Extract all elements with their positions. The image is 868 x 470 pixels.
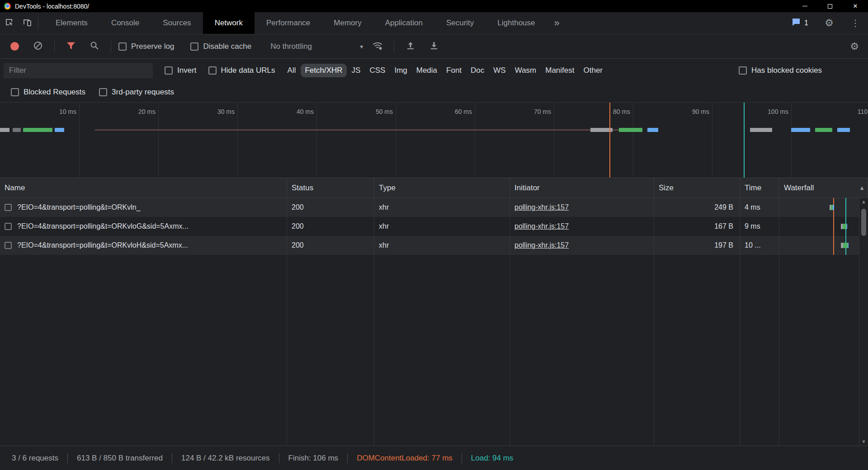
- panel-tab[interactable]: Console: [99, 12, 151, 34]
- resource-filter-pill[interactable]: WS: [489, 64, 509, 77]
- maximize-button[interactable]: [817, 0, 843, 12]
- invert-checkbox[interactable]: Invert: [165, 66, 197, 75]
- panel-tab[interactable]: Network: [203, 12, 255, 34]
- request-checkbox[interactable]: [5, 223, 12, 230]
- resource-filter-pill[interactable]: Fetch/XHR: [301, 64, 346, 77]
- import-arrow-icon: [406, 41, 415, 52]
- import-har-button[interactable]: [401, 38, 420, 56]
- panel-tab[interactable]: Performance: [255, 12, 322, 34]
- initiator-link[interactable]: polling-xhr.js:157: [514, 222, 569, 230]
- panel-tab[interactable]: Sources: [151, 12, 203, 34]
- waterfall-cell: [779, 217, 868, 236]
- record-icon: [10, 42, 19, 51]
- panel-tab[interactable]: Security: [434, 12, 486, 34]
- table-row[interactable]: ?EIO=4&transport=polling&t=ORKvloH&sid=5…: [0, 236, 868, 255]
- panel-tab[interactable]: Elements: [44, 12, 99, 34]
- request-checkbox[interactable]: [5, 204, 12, 211]
- has-blocked-cookies-checkbox[interactable]: Has blocked cookies: [739, 66, 822, 75]
- overview-tick-label: 20 ms: [119, 108, 156, 115]
- resource-filter-pill[interactable]: All: [283, 64, 300, 77]
- chrome-logo-icon: [4, 3, 11, 9]
- inspect-element-button[interactable]: [0, 14, 18, 32]
- resource-filter-pill[interactable]: Wasm: [511, 64, 541, 77]
- resource-filter-pill[interactable]: Doc: [467, 64, 488, 77]
- column-separator: [779, 255, 868, 446]
- size-cell: 167 B: [654, 217, 740, 236]
- overview-gridline: [79, 103, 80, 178]
- issues-count: 1: [804, 19, 808, 27]
- resource-filter-pill[interactable]: Media: [412, 64, 441, 77]
- resource-filter-pill[interactable]: Other: [580, 64, 607, 77]
- scroll-up-icon[interactable]: ▲: [861, 199, 866, 204]
- third-party-requests-checkbox[interactable]: 3rd-party requests: [99, 88, 174, 97]
- table-row[interactable]: ?EIO=4&transport=polling&t=ORKvln_ 200 x…: [0, 198, 868, 217]
- network-conditions-button[interactable]: [368, 38, 387, 56]
- main-menu-button[interactable]: ⋮: [846, 14, 864, 32]
- record-button[interactable]: [5, 38, 24, 56]
- initiator-link[interactable]: polling-xhr.js:157: [514, 241, 569, 249]
- clear-button[interactable]: [29, 38, 47, 56]
- preserve-log-checkbox[interactable]: Preserve log: [118, 42, 174, 51]
- vertical-scrollbar[interactable]: ▲ ▼: [859, 198, 868, 446]
- table-row[interactable]: ?EIO=4&transport=polling&t=ORKvloG&sid=5…: [0, 217, 868, 236]
- preserve-log-label: Preserve log: [131, 42, 174, 51]
- issues-button[interactable]: 1: [792, 18, 808, 28]
- blocked-requests-checkbox[interactable]: Blocked Requests: [11, 88, 85, 97]
- throttling-select[interactable]: No throttling ▾: [270, 42, 363, 51]
- overview-gridline: [554, 103, 554, 178]
- size-cell: 197 B: [654, 236, 740, 255]
- name-cell: ?EIO=4&transport=polling&t=ORKvln_: [0, 198, 287, 217]
- overview-gridline: [791, 103, 792, 178]
- column-separator: [510, 255, 654, 446]
- overview-bar: [55, 128, 64, 132]
- table-header: Name Status Type Initiator: [0, 178, 868, 198]
- sort-asc-icon: ▲: [859, 184, 868, 191]
- resource-filter-pill[interactable]: Font: [442, 64, 466, 77]
- minimize-button[interactable]: [792, 0, 817, 12]
- column-header[interactable]: Size: [654, 178, 740, 197]
- overview-gridline: [316, 103, 317, 178]
- filter-toggle-button[interactable]: [62, 38, 80, 56]
- invert-label: Invert: [177, 66, 197, 75]
- panel-tab[interactable]: Lighthouse: [486, 12, 547, 34]
- overview-bar: [13, 128, 21, 132]
- column-separator: [654, 255, 740, 446]
- network-settings-button[interactable]: ⚙: [845, 38, 863, 56]
- panel-tab[interactable]: Memory: [322, 12, 373, 34]
- request-name: ?EIO=4&transport=polling&t=ORKvloG&sid=5…: [17, 222, 189, 230]
- export-har-button[interactable]: [425, 38, 443, 56]
- maximize-icon: [828, 4, 832, 9]
- column-header[interactable]: Time: [740, 178, 779, 197]
- overview-gridline: [396, 103, 396, 178]
- column-separator: [0, 255, 287, 446]
- column-header[interactable]: Initiator: [510, 178, 654, 197]
- panel-tab[interactable]: Application: [373, 12, 434, 34]
- overview-tick-label: 90 ms: [673, 108, 709, 115]
- column-header[interactable]: Type: [374, 178, 510, 197]
- column-header[interactable]: Status: [287, 178, 374, 197]
- resource-filter-pill[interactable]: Img: [390, 64, 411, 77]
- resource-filter-pill[interactable]: Manifest: [541, 64, 578, 77]
- device-toolbar-button[interactable]: [18, 14, 36, 32]
- filter-input[interactable]: [4, 63, 153, 78]
- initiator-link[interactable]: polling-xhr.js:157: [514, 203, 569, 212]
- column-header[interactable]: Name: [0, 178, 287, 197]
- network-overview[interactable]: 10 ms20 ms30 ms40 ms50 ms60 ms70 ms80 ms…: [0, 103, 868, 178]
- search-button[interactable]: [85, 38, 104, 56]
- more-tabs-button[interactable]: »: [547, 12, 567, 34]
- has-blocked-cookies-label: Has blocked cookies: [751, 66, 822, 75]
- table-body: ?EIO=4&transport=polling&t=ORKvln_ 200 x…: [0, 198, 868, 446]
- resource-filter-pill[interactable]: CSS: [365, 64, 389, 77]
- column-header[interactable]: Waterfall ▲: [779, 178, 868, 197]
- resource-filter-pill[interactable]: JS: [348, 64, 365, 77]
- scroll-down-icon[interactable]: ▼: [861, 439, 866, 444]
- hide-data-urls-checkbox[interactable]: Hide data URLs: [208, 66, 275, 75]
- devtools-settings-button[interactable]: ⚙: [820, 14, 838, 32]
- request-checkbox[interactable]: [5, 242, 12, 249]
- clear-icon: [33, 41, 43, 52]
- overview-bar: [95, 129, 632, 131]
- close-button[interactable]: ✕: [843, 0, 868, 12]
- disable-cache-checkbox[interactable]: Disable cache: [190, 42, 251, 51]
- scrollbar-thumb[interactable]: [861, 209, 866, 236]
- devtools-window: DevTools - localhost:8080/ ✕ Elements Co…: [0, 0, 868, 470]
